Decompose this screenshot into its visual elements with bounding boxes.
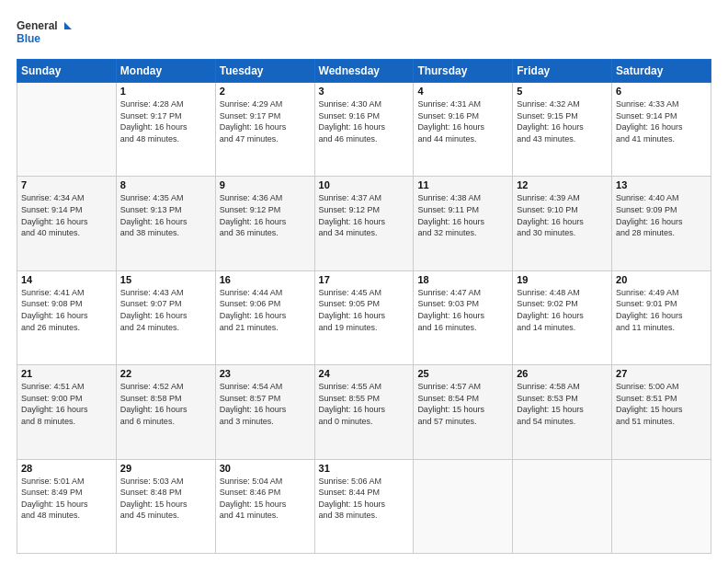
calendar-cell: 13Sunrise: 4:40 AM Sunset: 9:09 PM Dayli…	[612, 177, 711, 270]
calendar-cell: 4Sunrise: 4:31 AM Sunset: 9:16 PM Daylig…	[414, 83, 513, 177]
day-info: Sunrise: 4:51 AM Sunset: 9:00 PM Dayligh…	[21, 381, 112, 427]
calendar-cell: 14Sunrise: 4:41 AM Sunset: 9:08 PM Dayli…	[17, 270, 117, 364]
day-info: Sunrise: 4:41 AM Sunset: 9:08 PM Dayligh…	[21, 287, 112, 333]
day-info: Sunrise: 4:57 AM Sunset: 8:54 PM Dayligh…	[417, 381, 508, 427]
day-number: 2	[220, 86, 311, 97]
day-number: 14	[21, 274, 112, 285]
weekday-header-row: SundayMondayTuesdayWednesdayThursdayFrid…	[17, 60, 711, 83]
calendar-week-4: 21Sunrise: 4:51 AM Sunset: 9:00 PM Dayli…	[17, 365, 711, 459]
day-info: Sunrise: 5:03 AM Sunset: 8:48 PM Dayligh…	[120, 476, 211, 522]
day-info: Sunrise: 4:33 AM Sunset: 9:14 PM Dayligh…	[616, 98, 707, 144]
day-number: 31	[319, 463, 410, 474]
day-number: 5	[517, 86, 608, 97]
svg-marker-2	[64, 22, 72, 29]
calendar-cell: 17Sunrise: 4:45 AM Sunset: 9:05 PM Dayli…	[314, 270, 414, 364]
calendar-cell	[17, 83, 117, 177]
calendar-cell	[513, 459, 612, 553]
calendar-cell: 12Sunrise: 4:39 AM Sunset: 9:10 PM Dayli…	[513, 177, 612, 270]
generalblue-logo: General Blue	[17, 17, 72, 50]
day-number: 24	[319, 368, 410, 379]
day-number: 11	[417, 179, 508, 190]
day-info: Sunrise: 4:29 AM Sunset: 9:17 PM Dayligh…	[220, 98, 311, 144]
day-info: Sunrise: 5:06 AM Sunset: 8:44 PM Dayligh…	[319, 476, 410, 522]
calendar-week-2: 7Sunrise: 4:34 AM Sunset: 9:14 PM Daylig…	[17, 177, 711, 270]
calendar-cell: 22Sunrise: 4:52 AM Sunset: 8:58 PM Dayli…	[116, 365, 215, 459]
day-number: 30	[220, 463, 311, 474]
day-info: Sunrise: 4:48 AM Sunset: 9:02 PM Dayligh…	[517, 287, 608, 333]
day-number: 19	[517, 274, 608, 285]
day-number: 28	[21, 463, 112, 474]
calendar-week-5: 28Sunrise: 5:01 AM Sunset: 8:49 PM Dayli…	[17, 459, 711, 553]
day-info: Sunrise: 4:55 AM Sunset: 8:55 PM Dayligh…	[319, 381, 410, 427]
day-number: 21	[21, 368, 112, 379]
weekday-header-friday: Friday	[513, 60, 612, 83]
day-info: Sunrise: 4:39 AM Sunset: 9:10 PM Dayligh…	[517, 192, 608, 238]
page: General Blue SundayMondayTuesdayWednesda…	[0, 0, 728, 563]
day-number: 25	[417, 368, 508, 379]
calendar-cell: 25Sunrise: 4:57 AM Sunset: 8:54 PM Dayli…	[414, 365, 513, 459]
day-number: 15	[120, 274, 211, 285]
svg-text:Blue: Blue	[17, 32, 40, 45]
weekday-header-sunday: Sunday	[17, 60, 117, 83]
day-info: Sunrise: 4:54 AM Sunset: 8:57 PM Dayligh…	[220, 381, 311, 427]
day-info: Sunrise: 4:47 AM Sunset: 9:03 PM Dayligh…	[417, 287, 508, 333]
day-info: Sunrise: 4:45 AM Sunset: 9:05 PM Dayligh…	[319, 287, 410, 333]
day-info: Sunrise: 4:32 AM Sunset: 9:15 PM Dayligh…	[517, 98, 608, 144]
calendar-cell: 24Sunrise: 4:55 AM Sunset: 8:55 PM Dayli…	[314, 365, 414, 459]
calendar-cell: 20Sunrise: 4:49 AM Sunset: 9:01 PM Dayli…	[612, 270, 711, 364]
day-number: 7	[21, 179, 112, 190]
day-number: 4	[417, 86, 508, 97]
day-number: 13	[616, 179, 707, 190]
day-number: 27	[616, 368, 707, 379]
header: General Blue	[17, 17, 711, 50]
weekday-header-monday: Monday	[116, 60, 215, 83]
calendar-cell: 31Sunrise: 5:06 AM Sunset: 8:44 PM Dayli…	[314, 459, 414, 553]
calendar-cell: 1Sunrise: 4:28 AM Sunset: 9:17 PM Daylig…	[116, 83, 215, 177]
day-number: 18	[417, 274, 508, 285]
calendar-cell: 30Sunrise: 5:04 AM Sunset: 8:46 PM Dayli…	[215, 459, 314, 553]
day-number: 22	[120, 368, 211, 379]
calendar-table: SundayMondayTuesdayWednesdayThursdayFrid…	[17, 59, 711, 554]
day-info: Sunrise: 4:40 AM Sunset: 9:09 PM Dayligh…	[616, 192, 707, 238]
day-number: 10	[319, 179, 410, 190]
day-info: Sunrise: 4:37 AM Sunset: 9:12 PM Dayligh…	[319, 192, 410, 238]
day-number: 1	[120, 86, 211, 97]
day-info: Sunrise: 4:43 AM Sunset: 9:07 PM Dayligh…	[120, 287, 211, 333]
weekday-header-saturday: Saturday	[612, 60, 711, 83]
calendar-cell: 26Sunrise: 4:58 AM Sunset: 8:53 PM Dayli…	[513, 365, 612, 459]
day-number: 20	[616, 274, 707, 285]
day-info: Sunrise: 4:49 AM Sunset: 9:01 PM Dayligh…	[616, 287, 707, 333]
calendar-cell: 8Sunrise: 4:35 AM Sunset: 9:13 PM Daylig…	[116, 177, 215, 270]
calendar-cell: 6Sunrise: 4:33 AM Sunset: 9:14 PM Daylig…	[612, 83, 711, 177]
calendar-week-3: 14Sunrise: 4:41 AM Sunset: 9:08 PM Dayli…	[17, 270, 711, 364]
calendar-week-1: 1Sunrise: 4:28 AM Sunset: 9:17 PM Daylig…	[17, 83, 711, 177]
calendar-cell: 21Sunrise: 4:51 AM Sunset: 9:00 PM Dayli…	[17, 365, 117, 459]
logo: General Blue	[17, 17, 72, 50]
calendar-cell: 15Sunrise: 4:43 AM Sunset: 9:07 PM Dayli…	[116, 270, 215, 364]
calendar-cell: 18Sunrise: 4:47 AM Sunset: 9:03 PM Dayli…	[414, 270, 513, 364]
weekday-header-tuesday: Tuesday	[215, 60, 314, 83]
day-number: 8	[120, 179, 211, 190]
calendar-cell	[612, 459, 711, 553]
calendar-cell: 7Sunrise: 4:34 AM Sunset: 9:14 PM Daylig…	[17, 177, 117, 270]
calendar-cell: 5Sunrise: 4:32 AM Sunset: 9:15 PM Daylig…	[513, 83, 612, 177]
day-info: Sunrise: 4:28 AM Sunset: 9:17 PM Dayligh…	[120, 98, 211, 144]
day-info: Sunrise: 4:35 AM Sunset: 9:13 PM Dayligh…	[120, 192, 211, 238]
calendar-cell: 10Sunrise: 4:37 AM Sunset: 9:12 PM Dayli…	[314, 177, 414, 270]
day-info: Sunrise: 5:01 AM Sunset: 8:49 PM Dayligh…	[21, 476, 112, 522]
calendar-cell: 9Sunrise: 4:36 AM Sunset: 9:12 PM Daylig…	[215, 177, 314, 270]
svg-text:General: General	[17, 19, 58, 32]
calendar-cell: 28Sunrise: 5:01 AM Sunset: 8:49 PM Dayli…	[17, 459, 117, 553]
day-number: 12	[517, 179, 608, 190]
day-number: 16	[220, 274, 311, 285]
calendar-cell: 2Sunrise: 4:29 AM Sunset: 9:17 PM Daylig…	[215, 83, 314, 177]
day-number: 17	[319, 274, 410, 285]
weekday-header-thursday: Thursday	[414, 60, 513, 83]
day-number: 29	[120, 463, 211, 474]
day-info: Sunrise: 4:58 AM Sunset: 8:53 PM Dayligh…	[517, 381, 608, 427]
day-info: Sunrise: 5:00 AM Sunset: 8:51 PM Dayligh…	[616, 381, 707, 427]
day-number: 6	[616, 86, 707, 97]
calendar-cell: 23Sunrise: 4:54 AM Sunset: 8:57 PM Dayli…	[215, 365, 314, 459]
calendar-cell: 16Sunrise: 4:44 AM Sunset: 9:06 PM Dayli…	[215, 270, 314, 364]
day-number: 23	[220, 368, 311, 379]
